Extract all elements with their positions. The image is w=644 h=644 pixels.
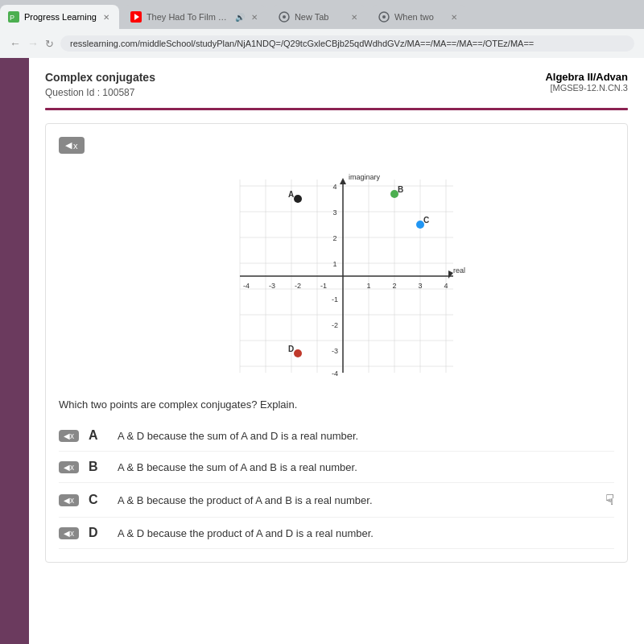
audio-icon: ◀ <box>65 140 72 151</box>
choice-d-letter: D <box>89 526 108 540</box>
tab1-favicon: P <box>8 11 19 23</box>
tab4-favicon <box>378 11 390 23</box>
svg-point-5 <box>283 15 286 19</box>
choice-a-text: A & D because the sum of A and D is a re… <box>118 430 358 442</box>
svg-text:2: 2 <box>392 282 396 290</box>
tab-bar: P Progress Learning ✕ They Had To Film T… <box>0 0 644 29</box>
svg-text:-2: -2 <box>332 321 338 329</box>
tab1-close[interactable]: ✕ <box>101 11 111 23</box>
svg-text:B: B <box>398 185 403 194</box>
answer-choices: ◀x A A & D because the sum of A and D is… <box>59 420 614 549</box>
svg-text:3: 3 <box>418 282 422 290</box>
question-area: ◀ x <box>45 123 628 563</box>
svg-text:-4: -4 <box>332 369 338 378</box>
audio-x: x <box>73 141 78 151</box>
svg-text:-2: -2 <box>295 282 301 290</box>
svg-marker-46 <box>340 178 346 184</box>
question-topic: Complex conjugates <box>45 71 155 84</box>
nav-forward[interactable]: → <box>27 37 39 50</box>
page-content: Complex conjugates Question Id : 100587 … <box>0 58 644 644</box>
svg-text:imaginary: imaginary <box>349 173 381 181</box>
tab3-favicon <box>279 11 290 23</box>
nav-back[interactable]: ← <box>10 37 21 50</box>
svg-text:-4: -4 <box>243 282 250 290</box>
svg-point-7 <box>382 15 386 19</box>
main-content: Complex conjugates Question Id : 100587 … <box>29 58 644 644</box>
tab-progress-learning[interactable]: P Progress Learning ✕ <box>0 5 119 29</box>
choice-c-row[interactable]: ◀x C A & B because the product of A and … <box>59 483 614 518</box>
tab2-title: They Had To Film This Te <box>147 12 230 22</box>
question-id: Question Id : 100587 <box>45 87 155 98</box>
svg-text:real: real <box>453 266 465 275</box>
tab2-favicon <box>130 11 142 23</box>
sidebar-strip <box>0 58 29 644</box>
address-input[interactable] <box>60 35 634 52</box>
choice-a-audio[interactable]: ◀x <box>59 430 79 442</box>
browser-chrome: P Progress Learning ✕ They Had To Film T… <box>0 0 644 58</box>
question-header-row: Complex conjugates Question Id : 100587 … <box>45 71 628 98</box>
nav-refresh[interactable]: ↻ <box>45 38 54 50</box>
choice-d-row[interactable]: ◀x D A & D because the product of A and … <box>59 518 614 549</box>
point-D <box>294 349 302 357</box>
svg-text:1: 1 <box>366 282 370 290</box>
tab4-close[interactable]: ✕ <box>449 11 459 23</box>
standard-info: Algebra II/Advan [MGSE9-12.N.CN.3 <box>545 71 628 93</box>
tab3-close[interactable]: ✕ <box>349 11 359 23</box>
svg-text:4: 4 <box>444 282 448 290</box>
svg-text:A: A <box>288 190 294 199</box>
tab-youtube[interactable]: They Had To Film This Te 🔊 ✕ <box>122 5 267 29</box>
svg-text:C: C <box>423 216 429 225</box>
svg-text:-1: -1 <box>332 295 338 303</box>
choice-b-audio[interactable]: ◀x <box>59 461 79 473</box>
svg-text:D: D <box>288 345 294 353</box>
tab2-close[interactable]: ✕ <box>250 11 259 23</box>
svg-text:P: P <box>10 14 14 22</box>
svg-text:4: 4 <box>332 183 336 191</box>
choice-c-audio[interactable]: ◀x <box>59 494 79 506</box>
svg-text:-3: -3 <box>269 282 275 290</box>
tab1-title: Progress Learning <box>24 12 97 22</box>
coordinate-graph: -4 -3 -2 -1 1 2 3 4 4 3 2 1 -1 -2 -3 - <box>208 163 465 389</box>
tab2-audio: 🔊 <box>235 13 245 22</box>
graph-container: -4 -3 -2 -1 1 2 3 4 4 3 2 1 -1 -2 -3 - <box>59 163 614 389</box>
tab4-title: When two <box>394 12 444 22</box>
svg-text:2: 2 <box>332 234 336 242</box>
standard-title: Algebra II/Advan <box>545 71 628 83</box>
tab3-title: New Tab <box>295 12 345 22</box>
svg-text:-1: -1 <box>320 282 327 290</box>
standard-code: [MGSE9-12.N.CN.3 <box>545 83 628 93</box>
point-A <box>294 195 302 203</box>
divider <box>45 108 628 110</box>
choice-b-row[interactable]: ◀x B A & B because the sum of A and B is… <box>59 452 614 483</box>
svg-text:3: 3 <box>332 208 336 217</box>
choice-d-audio[interactable]: ◀x <box>59 527 79 539</box>
choice-c-text: A & B because the product of A and B is … <box>118 494 373 506</box>
question-text: Which two points are complex conjugates?… <box>59 398 614 411</box>
choice-b-text: A & B because the sum of A and B is a re… <box>118 461 357 473</box>
choice-a-row[interactable]: ◀x A A & D because the sum of A and D is… <box>59 420 614 452</box>
question-meta: Complex conjugates Question Id : 100587 <box>45 71 155 98</box>
choice-b-letter: B <box>89 460 108 474</box>
svg-text:1: 1 <box>332 260 336 268</box>
svg-text:-3: -3 <box>332 347 338 355</box>
choice-a-letter: A <box>89 428 108 443</box>
hand-cursor-icon: ☟ <box>605 491 614 509</box>
choice-d-text: A & D because the product of A and D is … <box>118 527 374 539</box>
tab-whentwo[interactable]: When two ✕ <box>370 5 467 29</box>
main-audio-button[interactable]: ◀ x <box>59 137 85 154</box>
address-bar: ← → ↻ <box>0 29 644 58</box>
tab-newtab[interactable]: New Tab ✕ <box>270 5 367 29</box>
choice-c-letter: C <box>89 493 108 507</box>
